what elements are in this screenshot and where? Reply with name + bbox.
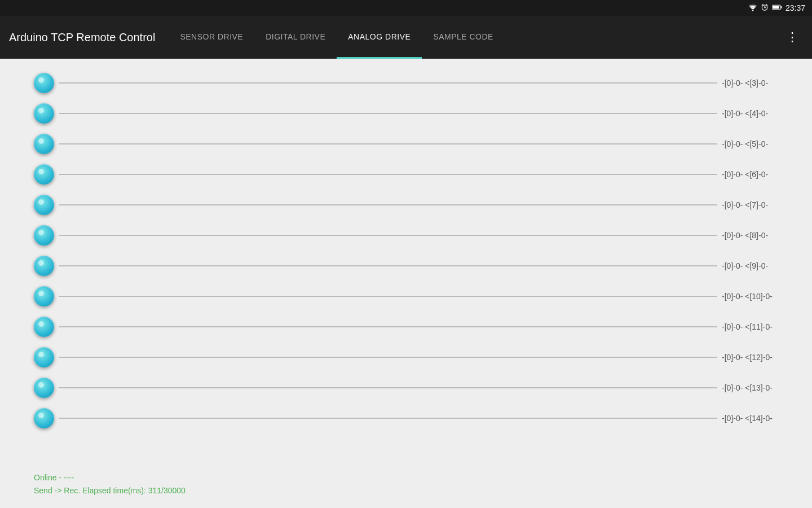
slider-row: -[0]-0- <[12]-0-	[0, 342, 812, 373]
tab-sensor-drive[interactable]: SENSOR DRIVE	[169, 16, 254, 59]
slider-track-11[interactable]	[59, 326, 717, 327]
slider-row: -[0]-0- <[14]-0-	[0, 403, 812, 433]
svg-point-0	[752, 10, 754, 11]
app-title: Arduino TCP Remote Control	[9, 31, 155, 44]
alarm-icon	[761, 3, 769, 13]
slider-track-5[interactable]	[59, 143, 717, 144]
toolbar: Arduino TCP Remote Control SENSOR DRIVE …	[0, 16, 812, 59]
slider-row: -[0]-0- <[3]-0-	[0, 68, 812, 98]
svg-rect-4	[773, 6, 779, 8]
slider-track-10[interactable]	[59, 296, 717, 297]
battery-icon	[772, 4, 782, 12]
slider-row: -[0]-0- <[11]-0-	[0, 312, 812, 342]
status-online-line1: Online - ----	[34, 471, 186, 484]
slider-track-8[interactable]	[59, 235, 717, 236]
slider-knob-4[interactable]	[34, 103, 54, 124]
slider-knob-6[interactable]	[34, 164, 54, 185]
slider-row: -[0]-0- <[10]-0-	[0, 281, 812, 312]
slider-label-7: -[0]-0- <[7]-0-	[722, 200, 789, 209]
slider-knob-5[interactable]	[34, 134, 54, 154]
more-options-icon[interactable]: ⋮	[782, 25, 803, 49]
nav-tabs: SENSOR DRIVE DIGITAL DRIVE ANALOG DRIVE …	[169, 16, 782, 59]
status-online-line2: Send -> Rec. Elapsed time(ms): 311/30000	[34, 484, 186, 497]
bottom-status: Online - ---- Send -> Rec. Elapsed time(…	[34, 471, 186, 497]
slider-label-12: -[0]-0- <[12]-0-	[722, 353, 789, 362]
slider-row: -[0]-0- <[7]-0-	[0, 190, 812, 220]
status-icons: 23:37	[748, 3, 805, 13]
slider-track-7[interactable]	[59, 204, 717, 205]
sliders-container: -[0]-0- <[3]-0- -[0]-0- <[4]-0- -[0]-0- …	[0, 68, 812, 433]
slider-label-13: -[0]-0- <[13]-0-	[722, 383, 789, 392]
slider-label-8: -[0]-0- <[8]-0-	[722, 231, 789, 240]
slider-label-3: -[0]-0- <[3]-0-	[722, 78, 789, 87]
slider-knob-3[interactable]	[34, 73, 54, 93]
slider-track-13[interactable]	[59, 387, 717, 388]
slider-row: -[0]-0- <[13]-0-	[0, 373, 812, 403]
tab-analog-drive[interactable]: ANALOG DRIVE	[337, 16, 422, 59]
slider-knob-7[interactable]	[34, 195, 54, 215]
slider-track-12[interactable]	[59, 357, 717, 358]
slider-track-9[interactable]	[59, 265, 717, 266]
slider-knob-9[interactable]	[34, 256, 54, 276]
status-bar: 23:37	[0, 0, 812, 16]
slider-track-14[interactable]	[59, 418, 717, 419]
slider-label-6: -[0]-0- <[6]-0-	[722, 170, 789, 179]
slider-label-11: -[0]-0- <[11]-0-	[722, 322, 789, 331]
slider-row: -[0]-0- <[6]-0-	[0, 159, 812, 190]
slider-label-10: -[0]-0- <[10]-0-	[722, 292, 789, 301]
slider-label-5: -[0]-0- <[5]-0-	[722, 139, 789, 148]
slider-label-4: -[0]-0- <[4]-0-	[722, 109, 789, 118]
slider-row: -[0]-0- <[4]-0-	[0, 98, 812, 129]
main-content: -[0]-0- <[3]-0- -[0]-0- <[4]-0- -[0]-0- …	[0, 59, 812, 508]
slider-track-6[interactable]	[59, 174, 717, 175]
wifi-icon	[748, 3, 757, 13]
slider-track-4[interactable]	[59, 113, 717, 114]
slider-knob-13[interactable]	[34, 378, 54, 398]
slider-knob-10[interactable]	[34, 286, 54, 306]
slider-label-9: -[0]-0- <[9]-0-	[722, 261, 789, 270]
status-time: 23:37	[785, 3, 805, 12]
svg-rect-3	[780, 6, 782, 8]
slider-label-14: -[0]-0- <[14]-0-	[722, 414, 789, 423]
tab-digital-drive[interactable]: DIGITAL DRIVE	[254, 16, 337, 59]
slider-row: -[0]-0- <[9]-0-	[0, 251, 812, 281]
slider-knob-14[interactable]	[34, 408, 54, 428]
slider-row: -[0]-0- <[8]-0-	[0, 220, 812, 251]
slider-track-3[interactable]	[59, 82, 717, 84]
slider-knob-11[interactable]	[34, 317, 54, 337]
slider-knob-8[interactable]	[34, 225, 54, 246]
slider-knob-12[interactable]	[34, 347, 54, 367]
slider-row: -[0]-0- <[5]-0-	[0, 129, 812, 159]
tab-sample-code[interactable]: SAMPLE CODE	[422, 16, 505, 59]
